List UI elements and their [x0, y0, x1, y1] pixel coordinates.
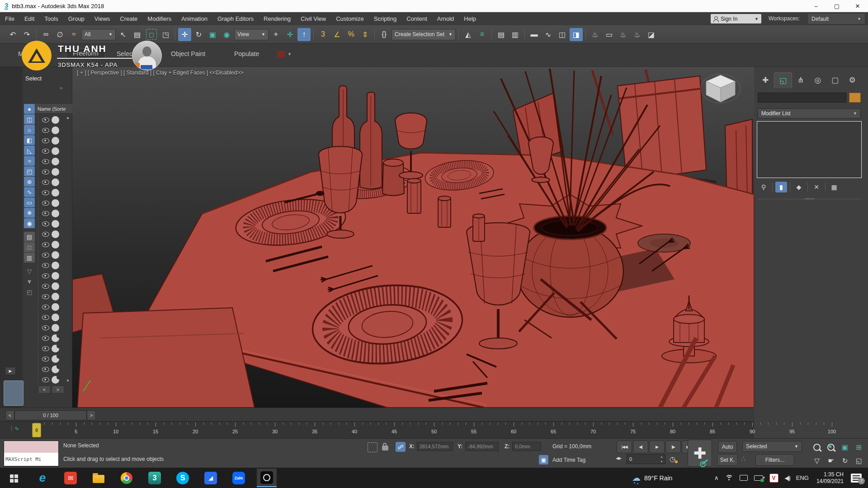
percent-snap-icon[interactable]: % [344, 28, 358, 41]
display-cameras-icon[interactable]: ◧ [24, 135, 35, 145]
add-time-tag-icon[interactable]: ▣ [539, 455, 548, 465]
edge-icon[interactable]: e [33, 469, 52, 487]
workspace-dropdown[interactable]: Default ▼ [808, 14, 864, 23]
zoom-all-icon[interactable] [824, 441, 838, 454]
explorer-row[interactable] [38, 271, 72, 281]
ribbon-toggle-icon[interactable]: ▬ [528, 28, 541, 41]
chevron-down-icon[interactable]: ▼ [288, 52, 292, 56]
auto-key-button[interactable]: Auto [718, 441, 737, 453]
display-bones-icon[interactable]: ∿ [24, 187, 35, 197]
add-time-tag-label[interactable]: Add Time Tag [552, 457, 585, 463]
skype-icon[interactable]: S [173, 469, 193, 487]
menu-content[interactable]: Content [401, 12, 432, 25]
menu-create[interactable]: Create [115, 12, 142, 25]
tab-utilities[interactable]: ⚙ [844, 72, 861, 88]
blank-swatch-icon[interactable]: □ [24, 242, 35, 252]
visibility-eye-icon[interactable] [42, 294, 49, 299]
display-groups-icon[interactable]: ◰ [24, 166, 35, 176]
pin-stack-icon[interactable]: ⚲ [758, 182, 769, 192]
maxscript-pink-line[interactable] [4, 441, 58, 453]
select-and-move-icon[interactable]: ✛ [178, 28, 191, 41]
material-editor-icon[interactable]: ◨ [570, 28, 583, 41]
render-iterative-icon[interactable]: ♨ [631, 28, 644, 41]
visibility-eye-icon[interactable] [42, 211, 49, 216]
explorer-name-column-header[interactable]: Name (Sorte [35, 104, 72, 114]
orbit-icon[interactable]: ↻ [838, 454, 852, 467]
visibility-eye-icon[interactable] [42, 190, 49, 195]
key-selection-dropdown[interactable]: Selected ▼ [742, 441, 802, 452]
selection-region-icon[interactable] [368, 442, 377, 452]
visibility-eye-icon[interactable] [42, 377, 49, 382]
selection-filter-dropdown[interactable]: All▼ [81, 29, 116, 40]
explorer-row[interactable] [38, 229, 72, 239]
detail-view-icon[interactable]: ▥ [24, 253, 35, 263]
scroll-down-icon[interactable]: ▼ [66, 379, 70, 383]
play-button[interactable]: ▶ [649, 441, 665, 453]
explorer-row[interactable] [38, 167, 72, 177]
display-lights-icon[interactable]: ☼ [24, 125, 35, 135]
rendered-frame-icon[interactable]: ▭ [603, 28, 616, 41]
schematic-view-icon[interactable]: ◫ [556, 28, 569, 41]
show-end-result-icon[interactable]: ▮ [775, 182, 787, 192]
explorer-row[interactable] [38, 208, 72, 219]
visibility-eye-icon[interactable] [42, 232, 49, 237]
folder-icon[interactable]: ◰ [24, 287, 35, 297]
time-next-button[interactable]: > [87, 410, 96, 420]
make-unique-icon[interactable]: ◆ [793, 182, 805, 192]
prev-frame-button[interactable]: ◀| [633, 441, 648, 453]
frame-spinner[interactable]: ▲▼ [660, 454, 663, 464]
visibility-eye-icon[interactable] [42, 138, 49, 143]
visibility-eye-icon[interactable] [42, 346, 49, 351]
zoom-icon[interactable] [810, 441, 824, 454]
frame-step-arrows[interactable]: ◀▶ [616, 456, 621, 460]
set-key-button[interactable]: Set K. [717, 454, 738, 466]
wifi-icon[interactable] [725, 475, 733, 481]
selection-set-dropdown[interactable]: Create Selection Set▼ [392, 29, 456, 40]
ribbon-tab-object-paint[interactable]: Object Paint [171, 50, 205, 57]
select-and-link-icon[interactable]: ∞ [39, 28, 52, 41]
maximize-button[interactable]: ▢ [826, 0, 847, 12]
mirror-icon[interactable]: ◭ [462, 28, 475, 41]
spinner-snap-icon[interactable]: ⇕ [359, 28, 372, 41]
menu-rendering[interactable]: Rendering [259, 12, 296, 25]
zoom-extents-icon[interactable]: ▣ [838, 441, 852, 454]
explorer-row[interactable] [38, 333, 72, 343]
timeline-slider[interactable]: 0 [32, 423, 41, 437]
rollout-divider[interactable] [758, 199, 861, 199]
explorer-row[interactable] [38, 302, 72, 312]
menu-scripting[interactable]: Scripting [369, 12, 402, 25]
taskbar-clock[interactable]: 1:35 CH 14/09/2021 [816, 471, 844, 485]
display-helpers-icon[interactable]: ◺ [24, 145, 35, 155]
object-name-field[interactable] [758, 93, 846, 103]
visibility-eye-icon[interactable] [42, 284, 49, 289]
display-hidden-icon[interactable]: ◉ [24, 218, 35, 228]
select-object-icon[interactable]: ↖ [117, 28, 130, 41]
display-geometry-icon[interactable]: ● [24, 104, 35, 114]
language-indicator[interactable]: ENG [796, 474, 809, 481]
scroll-up-icon[interactable]: ▲ [66, 116, 70, 120]
viewport-layout-swatch[interactable] [4, 380, 24, 406]
menu-customize[interactable]: Customize [331, 12, 368, 25]
perspective-viewport[interactable]: [ + ] [ Perspective ] [ Standard ] [ Cla… [72, 67, 754, 408]
render-production-icon[interactable]: ♨ [617, 28, 630, 41]
explorer-row[interactable] [38, 146, 72, 156]
viewcube[interactable] [700, 70, 741, 107]
tab-display[interactable]: ▢ [826, 72, 844, 88]
maxscript-mini-listener[interactable]: MAXScript Mi [4, 441, 59, 467]
keyboard-override-icon[interactable]: ↑ [297, 28, 311, 41]
reference-coordinate-dropdown[interactable]: View▼ [234, 29, 269, 40]
x-coordinate-field[interactable]: 2814,572mm [417, 442, 453, 451]
absolute-mode-toggle[interactable]: ☍ [396, 442, 406, 452]
menu-graph-editors[interactable]: Graph Editors [212, 12, 259, 25]
battery-icon[interactable] [754, 475, 763, 481]
zoom-extents-all-icon[interactable]: ⊞ [852, 441, 866, 454]
visibility-eye-icon[interactable] [42, 242, 49, 247]
file-explorer-icon[interactable] [89, 469, 108, 487]
explorer-row[interactable] [38, 354, 72, 364]
select-and-place-icon[interactable]: ◉ [220, 28, 233, 41]
unlink-selection-icon[interactable]: ∅ [53, 28, 66, 41]
red-app-icon[interactable]: ✉ [61, 469, 80, 487]
snap-toggle-icon[interactable]: 3 [316, 28, 330, 41]
sign-in-button[interactable]: Sign In ▼ [711, 14, 761, 23]
menu-modifiers[interactable]: Modifiers [142, 12, 176, 25]
